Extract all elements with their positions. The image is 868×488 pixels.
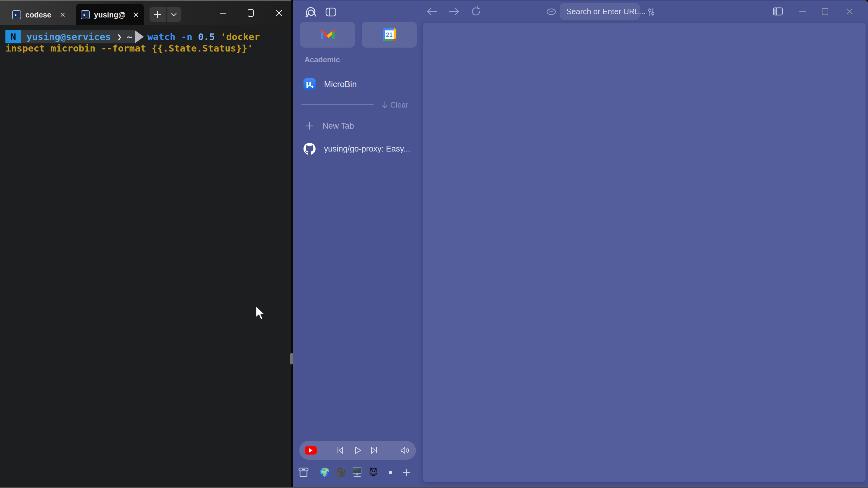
media-next-button[interactable]	[368, 445, 380, 456]
tab-label: yusing@	[94, 10, 125, 19]
google-calendar-icon: 21	[383, 28, 396, 41]
tab-dropdown-button[interactable]	[166, 7, 181, 22]
command-line-1: watch -n 0.5 'docker	[144, 30, 260, 43]
plus-icon	[305, 121, 314, 130]
media-previous-button[interactable]	[334, 445, 346, 456]
page-settings-button[interactable]	[645, 5, 658, 19]
browser-close-button[interactable]	[841, 5, 858, 18]
essential-google-calendar[interactable]: 21	[362, 22, 417, 47]
workspace-movie-camera[interactable]: 🎥	[334, 464, 348, 481]
terminal-tab-yusing[interactable]: >_ yusing@	[76, 4, 144, 26]
windows-terminal-icon: >_	[12, 10, 21, 19]
github-favicon	[304, 143, 315, 155]
command-line-2: inspect microbin --format {{.State.Statu…	[5, 43, 253, 54]
browser-minimize-button[interactable]	[794, 5, 811, 18]
browser-content-area	[423, 23, 866, 482]
minimize-icon	[799, 11, 806, 12]
terminal-tab-codese[interactable]: >_ codese	[7, 4, 70, 26]
zen-logo-button[interactable]	[304, 5, 318, 19]
workspace-devil[interactable]: 😈	[366, 464, 381, 481]
movie-camera-emoji-icon: 🎥	[336, 467, 346, 478]
workspace-section-label: Academic	[304, 56, 340, 64]
url-placeholder: Search or Enter URL...	[566, 7, 646, 16]
workspace-current-dot[interactable]	[383, 464, 398, 481]
terminal-window: >_ codese >_ yusing@	[0, 0, 291, 488]
maximize-icon	[248, 9, 254, 17]
archive-tabs-button[interactable]	[296, 464, 311, 481]
back-arrow-icon	[427, 7, 437, 16]
youtube-icon[interactable]	[305, 446, 317, 455]
browser-window: Search or Enter URL...	[293, 0, 868, 488]
window-resize-handle[interactable]	[290, 353, 293, 364]
archive-box-icon	[298, 467, 309, 478]
powerline-arrow-icon	[135, 30, 144, 43]
tab-go-proxy[interactable]: yusing/go-proxy: Easy...	[300, 140, 417, 158]
dot-icon	[389, 471, 392, 474]
minimize-icon	[220, 13, 226, 13]
new-tab-label: New Tab	[322, 121, 354, 131]
windows-terminal-icon: >_	[81, 10, 90, 19]
desktop-emoji-icon: 🖥️	[352, 467, 363, 478]
shell-prompt: N yusing@services ❯ ~ watch -n 0.5 'dock…	[5, 30, 260, 43]
prompt-segment: yusing@services ❯ ~	[21, 30, 135, 43]
terminal-titlebar[interactable]: >_ codese >_ yusing@	[0, 0, 291, 25]
command-value: 0.5	[192, 31, 215, 42]
split-view-icon	[773, 7, 783, 16]
prompt-os-badge: N	[5, 30, 21, 43]
close-icon	[276, 9, 283, 17]
arrow-down-icon	[382, 101, 388, 108]
workspace-desktop[interactable]: 🖥️	[350, 464, 364, 481]
media-player-bar	[299, 441, 416, 460]
split-view-button[interactable]	[770, 5, 786, 18]
globe-emoji-icon: 🌍	[319, 467, 330, 478]
forward-button[interactable]	[447, 5, 461, 18]
command-program: watch	[147, 31, 176, 42]
terminal-maximize-button[interactable]	[241, 1, 261, 25]
new-tab-row[interactable]: New Tab	[300, 117, 417, 135]
calendar-day-number: 21	[385, 30, 394, 39]
prompt-cwd: ~	[127, 31, 135, 42]
command-arg: 'docker	[215, 31, 260, 42]
tab-label: codese	[25, 10, 51, 19]
maximize-icon	[822, 8, 828, 15]
zen-logo-icon	[304, 5, 318, 19]
tab-title: MicroBin	[324, 79, 357, 89]
workspace-bar: 🌍 🎥 🖥️ 😈	[293, 464, 423, 482]
forward-arrow-icon	[449, 7, 460, 16]
terminal-close-button[interactable]	[269, 1, 289, 25]
microbin-favicon: μ	[304, 78, 315, 90]
tab-close-icon[interactable]	[60, 12, 66, 18]
reload-button[interactable]	[469, 4, 483, 19]
command-flag: -n	[176, 31, 192, 42]
sliders-icon	[647, 7, 655, 17]
media-play-button[interactable]	[352, 445, 364, 456]
chevron-down-icon	[171, 13, 177, 16]
link-icon	[546, 8, 556, 15]
skip-back-icon	[336, 446, 344, 455]
back-button[interactable]	[425, 5, 439, 18]
tab-close-icon[interactable]	[133, 11, 139, 18]
url-bar[interactable]: Search or Enter URL...	[560, 3, 640, 20]
essential-gmail[interactable]	[300, 22, 355, 47]
terminal-minimize-button[interactable]	[213, 1, 233, 25]
clear-label: Clear	[390, 101, 408, 109]
workspace-globe[interactable]: 🌍	[317, 464, 332, 481]
pinned-tab-microbin[interactable]: μ MicroBin	[300, 75, 417, 93]
plus-icon	[402, 468, 411, 477]
skip-forward-icon	[370, 446, 378, 455]
link-button[interactable]	[545, 7, 557, 17]
terminal-body[interactable]: N yusing@services ❯ ~ watch -n 0.5 'dock…	[0, 25, 291, 488]
prompt-user-host: yusing@services	[27, 31, 111, 42]
media-volume-button[interactable]	[399, 445, 411, 456]
powerline-chevron-icon: ❯	[111, 32, 127, 41]
new-tab-button[interactable]	[150, 7, 166, 22]
plus-icon	[154, 10, 161, 19]
devil-emoji-icon: 😈	[369, 467, 378, 478]
browser-maximize-button[interactable]	[816, 5, 833, 18]
volume-icon	[400, 447, 409, 454]
tabs-divider	[301, 104, 374, 105]
new-workspace-button[interactable]	[399, 464, 414, 481]
sidebar-toggle-icon	[326, 7, 336, 17]
sidebar-toggle-button[interactable]	[324, 5, 338, 19]
clear-tabs-button[interactable]: Clear	[382, 99, 408, 111]
